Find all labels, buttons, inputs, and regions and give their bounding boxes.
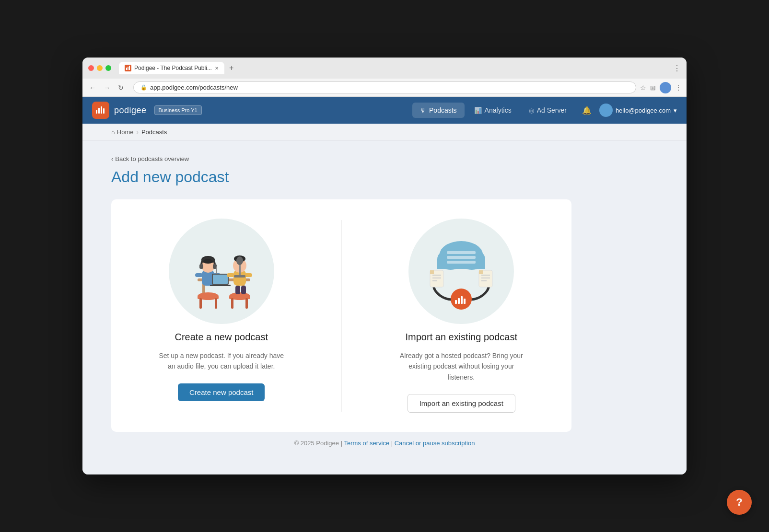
address-bar-row: ← → ↻ 🔒 app.podigee.com/podcasts/new ☆ ⊞…: [82, 79, 687, 97]
close-traffic-light[interactable]: [88, 65, 94, 71]
reload-button[interactable]: ↻: [116, 83, 126, 93]
maximize-traffic-light[interactable]: [105, 65, 111, 71]
svg-point-36: [236, 256, 243, 265]
forward-button[interactable]: →: [102, 83, 112, 93]
svg-rect-15: [195, 273, 203, 277]
nav-podcasts[interactable]: 🎙 Podcasts: [412, 103, 465, 118]
analytics-nav-icon: 📊: [474, 107, 482, 114]
svg-rect-45: [447, 256, 476, 259]
svg-marker-58: [479, 270, 483, 274]
ad-server-nav-icon: ◎: [529, 107, 534, 114]
extensions-button[interactable]: ⊞: [650, 84, 656, 92]
address-bar[interactable]: 🔒 app.podigee.com/podcasts/new: [133, 81, 636, 93]
create-podcast-card: Create a new podcast Set up a new podcas…: [130, 219, 313, 401]
browser-nav: ← → ↻: [87, 83, 126, 93]
logo-icon: [92, 102, 109, 119]
breadcrumb-separator: ›: [137, 128, 139, 136]
svg-rect-39: [241, 286, 246, 294]
profile-avatar[interactable]: [660, 82, 671, 93]
back-button[interactable]: ←: [87, 83, 98, 93]
card-divider: [341, 220, 342, 412]
home-icon: ⌂: [111, 128, 115, 136]
footer: © 2025 Podigee | Terms of service | Canc…: [111, 432, 658, 454]
svg-rect-28: [231, 298, 233, 309]
svg-rect-46: [447, 261, 476, 264]
svg-rect-44: [447, 251, 476, 254]
plan-badge: Business Pro Y1: [154, 105, 202, 115]
nav-podcasts-label: Podcasts: [429, 106, 457, 114]
create-podcast-illustration: [169, 219, 274, 324]
bookmark-button[interactable]: ☆: [640, 84, 646, 92]
podcast-nav-icon: 🎙: [420, 107, 426, 114]
svg-rect-5: [101, 106, 102, 114]
svg-rect-61: [458, 298, 460, 304]
nav-analytics[interactable]: 📊 Analytics: [466, 103, 519, 118]
import-podcast-title: Import an existing podcast: [406, 332, 517, 343]
nav-ad-server[interactable]: ◎ Ad Server: [521, 103, 574, 118]
more-options-button[interactable]: ⋮: [673, 64, 681, 73]
user-avatar: [599, 104, 613, 117]
import-existing-podcast-button[interactable]: Import an existing podcast: [408, 394, 515, 413]
logo-area: podigee: [92, 102, 147, 119]
footer-copyright: © 2025 Podigee |: [294, 439, 342, 447]
svg-rect-13: [215, 298, 217, 309]
breadcrumb-home-link[interactable]: ⌂ Home: [111, 128, 134, 136]
nav-ad-server-label: Ad Server: [537, 106, 567, 114]
svg-rect-32: [245, 273, 252, 277]
svg-rect-0: [126, 68, 127, 70]
svg-rect-4: [98, 108, 100, 114]
svg-rect-3: [96, 110, 97, 114]
breadcrumb-bar: ⌂ Home › Podcasts: [82, 124, 687, 141]
new-tab-button[interactable]: +: [226, 63, 236, 73]
active-tab[interactable]: Podigee - The Podcast Publi... ✕: [119, 62, 224, 74]
create-new-podcast-button[interactable]: Create new podcast: [178, 383, 265, 401]
address-bar-actions: ☆ ⊞ ⋮: [640, 82, 682, 93]
svg-rect-37: [234, 275, 245, 278]
svg-rect-25: [210, 285, 231, 286]
help-button[interactable]: ?: [727, 490, 752, 515]
svg-rect-38: [235, 286, 240, 294]
main-area: ‹ Back to podcasts overview Add new podc…: [82, 141, 687, 474]
svg-rect-29: [245, 298, 248, 309]
svg-rect-2: [129, 66, 130, 70]
back-chevron-icon: ‹: [111, 155, 113, 162]
lock-icon: 🔒: [140, 84, 147, 91]
logo-text: podigee: [114, 105, 147, 116]
create-podcast-description: Set up a new podcast. If you already hav…: [154, 350, 289, 372]
cancel-subscription-link[interactable]: Cancel or pause subscription: [395, 439, 475, 447]
svg-rect-6: [103, 108, 105, 114]
app-content: podigee Business Pro Y1 🎙 Podcasts 📊 Ana…: [82, 97, 687, 474]
breadcrumb: ⌂ Home › Podcasts: [111, 128, 658, 136]
import-podcast-illustration: [408, 219, 514, 324]
nav-links: 🎙 Podcasts 📊 Analytics ◎ Ad Server: [412, 103, 574, 118]
page-title: Add new podcast: [111, 168, 658, 186]
svg-rect-31: [227, 273, 234, 277]
nav-analytics-label: Analytics: [485, 106, 512, 114]
top-navigation: podigee Business Pro Y1 🎙 Podcasts 📊 Ana…: [82, 97, 687, 124]
chevron-down-icon: ▾: [674, 107, 677, 114]
back-to-overview-link[interactable]: ‹ Back to podcasts overview: [111, 155, 658, 162]
svg-rect-62: [461, 296, 463, 304]
svg-rect-60: [455, 300, 457, 304]
minimize-traffic-light[interactable]: [97, 65, 103, 71]
import-podcast-description: Already got a hosted podcast? Bring your…: [394, 350, 528, 382]
import-podcast-card: Import an existing podcast Already got a…: [371, 219, 553, 413]
browser-chrome: Podigee - The Podcast Publi... ✕ + ⋮: [82, 58, 687, 79]
create-podcast-title: Create a new podcast: [175, 332, 268, 343]
url-text: app.podigee.com/podcasts/new: [150, 84, 238, 91]
tab-bar: Podigee - The Podcast Publi... ✕ +: [119, 62, 236, 74]
user-menu[interactable]: hello@podigee.com ▾: [599, 104, 677, 117]
menu-button[interactable]: ⋮: [675, 84, 682, 92]
svg-rect-12: [199, 298, 202, 309]
back-link-label: Back to podcasts overview: [115, 155, 189, 162]
terms-of-service-link[interactable]: Terms of service: [344, 439, 389, 447]
svg-rect-1: [128, 67, 128, 70]
notifications-button[interactable]: 🔔: [580, 104, 594, 117]
breadcrumb-home-label: Home: [117, 128, 134, 136]
tab-close-button[interactable]: ✕: [215, 66, 219, 71]
footer-separator: |: [391, 439, 393, 447]
tab-favicon: [125, 65, 131, 71]
cards-container: Create a new podcast Set up a new podcas…: [111, 199, 571, 432]
svg-marker-53: [430, 270, 434, 274]
nav-right: 🔔 hello@podigee.com ▾: [580, 104, 677, 117]
